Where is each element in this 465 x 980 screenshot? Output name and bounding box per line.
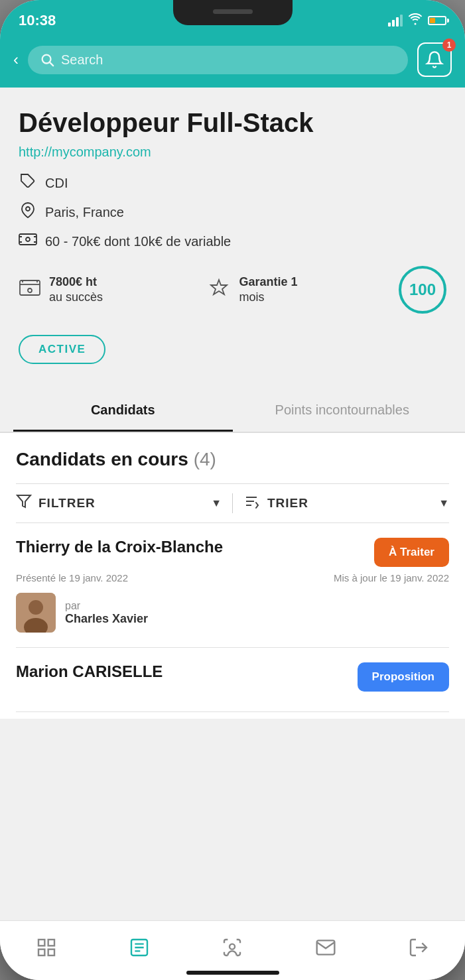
fee-stat: 7800€ ht au succès (19, 275, 209, 306)
svg-rect-19 (48, 949, 54, 955)
nav-messages[interactable] (304, 930, 347, 965)
salary-item: 60 - 70k€ dont 10k€ de variable (19, 231, 446, 251)
candidate-top-1: Thierry de la Croix-Blanche À Traiter (16, 538, 449, 567)
status-icons (388, 13, 446, 29)
header: ‹ Search 1 (0, 36, 465, 88)
salary-icon (19, 231, 37, 251)
svg-point-7 (28, 288, 32, 292)
guarantee-text: Garantie 1 mois (239, 275, 298, 306)
avatar-1 (16, 593, 56, 633)
speaker (213, 9, 253, 14)
search-bar[interactable]: Search (28, 46, 408, 74)
guarantee-icon (209, 278, 233, 302)
location-item: Paris, France (19, 202, 446, 222)
svg-point-24 (230, 944, 235, 949)
candidate-by-1: par Charles Xavier (16, 593, 449, 633)
logout-icon (408, 937, 429, 958)
salary-text: 60 - 70k€ dont 10k€ de variable (45, 234, 231, 249)
sort-arrow: ▼ (438, 497, 449, 509)
job-title: Développeur Full-Stack (19, 107, 446, 138)
guarantee-stat: Garantie 1 mois (209, 275, 399, 306)
job-details: Développeur Full-Stack http://mycompany.… (0, 88, 465, 391)
nav-home[interactable] (25, 930, 68, 965)
status-badge: ACTIVE (19, 335, 105, 364)
candidates-header: Candidats en cours (4) (16, 449, 449, 470)
contract-text: CDI (45, 176, 68, 191)
fee-text: 7800€ ht au succès (49, 275, 103, 306)
nav-jobs[interactable] (118, 930, 161, 965)
candidate-card-1: Thierry de la Croix-Blanche À Traiter Pr… (16, 523, 449, 648)
tabs: Candidats Points incontournables (0, 391, 465, 433)
sort-button[interactable]: TRIER ▼ (233, 493, 449, 513)
mail-icon (315, 937, 336, 958)
back-button[interactable]: ‹ (13, 50, 19, 69)
job-stats: 7800€ ht au succès Garantie 1 mois (19, 266, 446, 314)
wifi-icon (408, 13, 423, 29)
grid-icon (36, 937, 57, 958)
presented-date-1: Présenté le 19 janv. 2022 (16, 572, 128, 583)
consultant-name-1: Charles Xavier (65, 612, 148, 626)
candidate-name-1: Thierry de la Croix-Blanche (16, 538, 223, 557)
nav-logout[interactable] (397, 930, 440, 965)
filter-bar: FILTRER ▼ TRIER ▼ (16, 483, 449, 523)
svg-marker-8 (211, 280, 227, 294)
svg-point-3 (26, 207, 30, 211)
status-time: 10:38 (19, 12, 56, 29)
bell-icon (425, 50, 444, 69)
svg-rect-18 (38, 949, 44, 955)
svg-marker-9 (17, 495, 31, 507)
score-circle: 100 (399, 266, 446, 314)
sort-label: TRIER (267, 496, 308, 511)
candidates-count: (4) (194, 449, 216, 469)
location-icon (19, 202, 37, 222)
by-label-1: par (65, 600, 148, 612)
fee-icon (19, 278, 42, 302)
signal-icon (388, 15, 403, 27)
updated-date-1: Mis à jour le 19 janv. 2022 (334, 572, 449, 583)
location-text: Paris, France (45, 205, 124, 220)
score-number: 100 (409, 280, 436, 299)
filter-label: FILTRER (38, 496, 96, 511)
svg-point-5 (26, 237, 30, 241)
candidate-name-2: Marion CARISELLE (16, 662, 163, 682)
filter-arrow: ▼ (211, 497, 222, 509)
user-scan-icon (222, 937, 243, 958)
svg-rect-16 (38, 940, 44, 946)
action-button-2[interactable]: Proposition (358, 662, 449, 692)
search-placeholder: Search (61, 52, 103, 68)
contract-icon (19, 173, 37, 193)
notification-button[interactable]: 1 (417, 42, 452, 77)
svg-rect-17 (48, 940, 54, 946)
candidate-card-2: Marion CARISELLE Proposition (16, 648, 449, 712)
main-content: Développeur Full-Stack http://mycompany.… (0, 88, 465, 916)
svg-line-1 (50, 62, 53, 66)
nav-candidates[interactable] (211, 930, 253, 965)
contract-item: CDI (19, 173, 446, 193)
filter-icon (16, 493, 32, 513)
phone-frame: 10:38 ‹ (0, 0, 465, 980)
candidates-section: Candidats en cours (4) FILTRER ▼ (0, 433, 465, 719)
tab-candidats[interactable]: Candidats (13, 391, 233, 432)
search-icon (40, 52, 54, 67)
candidate-dates-1: Présenté le 19 janv. 2022 Mis à jour le … (16, 572, 449, 583)
home-indicator (186, 971, 279, 975)
list-icon (129, 937, 150, 958)
job-url[interactable]: http://mycompany.com (19, 145, 446, 160)
action-button-1[interactable]: À Traiter (374, 538, 449, 567)
sort-icon (243, 493, 261, 513)
notch (173, 0, 293, 25)
candidate-top-2: Marion CARISELLE Proposition (16, 662, 449, 692)
battery-icon (428, 16, 446, 25)
filter-button[interactable]: FILTRER ▼ (16, 493, 233, 513)
svg-rect-4 (19, 234, 36, 245)
notification-badge: 1 (442, 38, 456, 52)
tab-points[interactable]: Points incontournables (233, 391, 452, 432)
svg-point-14 (29, 600, 43, 615)
consultant-info-1: par Charles Xavier (65, 600, 148, 626)
